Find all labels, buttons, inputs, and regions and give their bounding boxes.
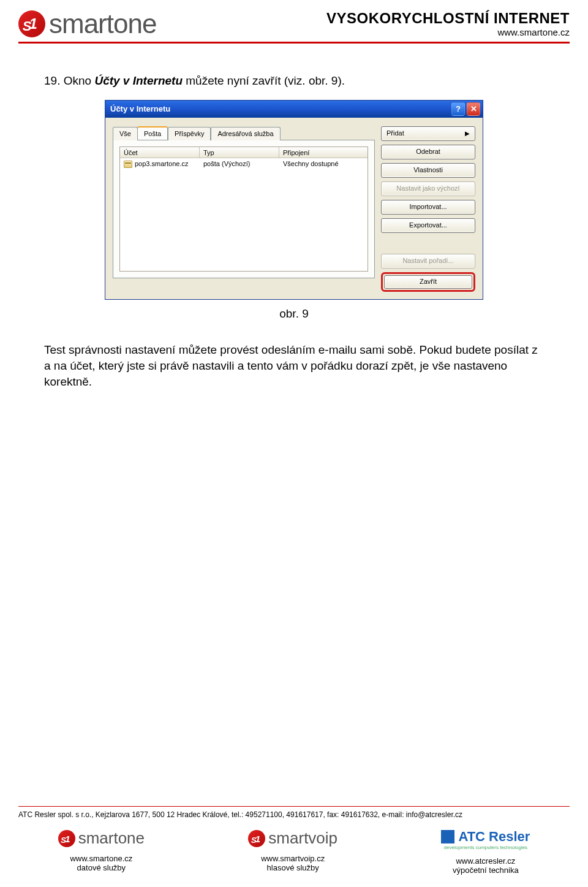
logo-icon [248,830,265,847]
figure-caption: obr. 9 [44,306,544,322]
brand-atcresler: ATC Resler [458,829,530,845]
dialog-body: Vše Pošta Příspěvky Adresářová služba Úč… [105,118,483,299]
smartone-url: www.smartone.cz [58,854,145,863]
set-default-button: Nastavit jako výchozí [381,181,475,196]
dialog-titlebar[interactable]: Účty v Internetu ? ✕ [105,101,483,118]
post-text: Test správnosti nastavení můžete provést… [44,342,544,389]
cell-type: pošta (Výchozí) [200,159,279,169]
footer-divider [18,806,570,807]
list-row[interactable]: pop3.smartone.cz pošta (Výchozí) Všechny… [120,158,368,170]
atcresler-desc: výpočetní technika [441,866,530,875]
content: 19. Okno Účty v Internetu můžete nyní za… [0,44,588,389]
import-button[interactable]: Importovat... [381,200,475,215]
accounts-dialog: Účty v Internetu ? ✕ Vše Pošta Příspěvky… [105,100,483,300]
step-bold: Účty v Internetu [94,74,183,87]
tab-pane: Účet Typ Připojení pop3.smartone.cz pošt… [113,140,375,278]
tab-directory[interactable]: Adresářová služba [211,127,280,141]
company-info: ATC Resler spol. s r.o., Kejzlarova 1677… [18,810,570,819]
add-button[interactable]: Přidat ▶ [381,126,475,141]
dialog-left-column: Vše Pošta Příspěvky Adresářová služba Úč… [113,126,375,292]
atc-square-icon [441,830,454,843]
smartone-logo: smartone [58,829,145,848]
logo-icon [58,830,75,847]
col-connection[interactable]: Připojení [279,147,368,158]
smartone-desc: datové služby [58,863,145,872]
step-19-text: 19. Okno Účty v Internetu můžete nyní za… [44,73,544,89]
smartvoip-url: www.smartvoip.cz [248,854,337,863]
logo-text: smartone [49,9,156,39]
page-header: smartone VYSOKORYCHLOSTNÍ INTERNET www.s… [0,0,588,39]
header-title: VYSOKORYCHLOSTNÍ INTERNET [326,10,570,27]
header-url: www.smartone.cz [326,27,570,37]
logo-icon [18,10,45,37]
step-pre: Okno [64,74,95,87]
remove-button[interactable]: Odebrat [381,145,475,159]
accounts-listview[interactable]: Účet Typ Připojení pop3.smartone.cz pošt… [119,147,368,272]
close-button-highlight: Zavřít [381,272,475,292]
brand-smartvoip: smartvoip [268,829,337,848]
step-post: můžete nyní zavřít (viz. obr. 9). [183,74,345,87]
brand-smartone: smartone [78,829,145,848]
cell-account-text: pop3.smartone.cz [135,159,188,169]
dialog-tabs: Vše Pošta Příspěvky Adresářová služba [113,126,375,140]
set-order-button: Nastavit pořadí... [381,254,475,268]
logo-main: smartone [18,9,156,39]
atcresler-url: www.atcresler.cz [441,856,530,866]
export-button[interactable]: Exportovat... [381,218,475,233]
header-right: VYSOKORYCHLOSTNÍ INTERNET www.smartone.c… [326,9,570,37]
footer-logos: smartone www.smartone.cz datové služby s… [18,829,570,875]
dialog-title: Účty v Internetu [110,104,170,115]
footer-col-atcresler: ATC Resler developments computers techno… [441,829,530,875]
list-header-row: Účet Typ Připojení [120,147,368,158]
dialog-right-column: Přidat ▶ Odebrat Vlastnosti Nastavit jak… [381,126,475,292]
col-account[interactable]: Účet [120,147,200,158]
step-number: 19. [44,74,60,87]
page-footer: ATC Resler spol. s r.o., Kejzlarova 1677… [18,806,570,875]
close-button[interactable]: Zavřít [384,275,472,289]
properties-button[interactable]: Vlastnosti [381,163,475,178]
atcresler-logo: ATC Resler [441,829,530,845]
chevron-right-icon: ▶ [465,129,470,138]
smartvoip-logo: smartvoip [248,829,337,848]
add-button-label: Přidat [386,129,404,138]
tab-news[interactable]: Příspěvky [168,127,211,141]
footer-col-smartone: smartone www.smartone.cz datové služby [58,829,145,872]
tab-mail[interactable]: Pošta [137,126,168,140]
close-icon[interactable]: ✕ [467,102,480,116]
col-type[interactable]: Typ [200,147,279,158]
cell-connection: Všechny dostupné [279,159,368,169]
tab-all[interactable]: Vše [113,127,138,141]
atc-subtitle: developments computers technologies [441,845,530,850]
smartvoip-desc: hlasové služby [248,863,337,872]
mail-account-icon [124,161,132,168]
cell-account: pop3.smartone.cz [120,159,200,169]
help-icon[interactable]: ? [451,102,465,116]
footer-col-smartvoip: smartvoip www.smartvoip.cz hlasové služb… [248,829,337,872]
